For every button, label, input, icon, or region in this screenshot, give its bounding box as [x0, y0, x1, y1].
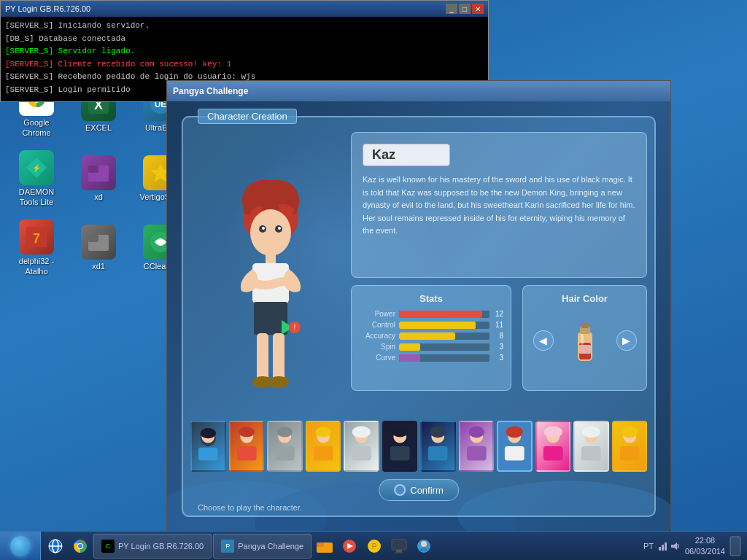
character-figure: ●	[209, 174, 333, 415]
taskbar-app-icon[interactable]: P	[363, 534, 386, 559]
stat-row-control: Control 11	[359, 321, 503, 329]
hair-next-button[interactable]: ▶	[616, 330, 637, 351]
stat-value-power: 12	[493, 310, 503, 318]
char-thumb-1[interactable]	[190, 421, 226, 472]
svg-point-51	[239, 427, 254, 437]
stat-label-control: Control	[359, 321, 395, 329]
taskbar-person-icon[interactable]	[412, 534, 436, 559]
taskbar-ie-icon[interactable]	[44, 534, 67, 559]
svg-rect-21	[88, 235, 98, 242]
cmd-close-button[interactable]: ✕	[472, 4, 484, 14]
stat-bar-power-fill	[399, 311, 482, 318]
svg-rect-44	[581, 334, 584, 345]
hair-bottle-display	[560, 311, 611, 370]
stat-value-curve: 3	[493, 354, 503, 362]
stat-value-control: 11	[493, 321, 503, 329]
taskbar-folder-icon[interactable]	[313, 534, 336, 559]
svg-text:⚡: ⚡	[32, 163, 42, 173]
stat-bar-control-bg	[399, 322, 489, 329]
char-thumb-10[interactable]	[535, 421, 571, 472]
stat-value-accuracy: 8	[493, 332, 503, 340]
svg-rect-58	[313, 446, 333, 461]
desktop-icon-delphi[interactable]: 7 delphi32 -Atalho	[7, 215, 66, 281]
windows-orb-icon	[10, 536, 31, 556]
svg-rect-90	[317, 542, 324, 547]
clock-time: 22:08	[685, 535, 725, 545]
start-button[interactable]	[0, 532, 41, 561]
char-thumb-12[interactable]	[612, 421, 648, 472]
svg-rect-61	[352, 446, 371, 461]
stat-bar-curve-fill	[399, 354, 420, 362]
cmd-line-3: [SERVER_S] Servidor ligado.	[5, 45, 484, 58]
character-creation-title: Character Creation	[198, 109, 297, 124]
svg-marker-103	[671, 542, 677, 550]
xd-label: xd	[94, 192, 103, 202]
svg-point-99	[421, 541, 427, 547]
hair-color-title: Hair Color	[562, 293, 608, 304]
char-thumb-7[interactable]	[420, 421, 456, 472]
stat-row-spin: Spin 3	[359, 343, 503, 351]
svg-rect-100	[659, 547, 661, 551]
taskbar-chrome-icon[interactable]	[69, 534, 92, 559]
char-thumb-8[interactable]	[459, 421, 495, 472]
stats-panel: Stats Power 12 Control 11	[351, 285, 511, 391]
daemon-label: DAEMONTools Lite	[19, 187, 54, 206]
taskbar-game-icon: P	[221, 540, 234, 553]
taskbar-item-game[interactable]: P Pangya Challenge	[213, 534, 311, 559]
hair-prev-button[interactable]: ◀	[533, 330, 554, 351]
char-thumb-4[interactable]	[306, 421, 341, 472]
system-tray	[658, 541, 681, 551]
svg-point-63	[392, 427, 407, 437]
character-info-panel: Kaz Kaz is well known for his mastery of…	[351, 132, 647, 278]
cmd-minimize-button[interactable]: _	[446, 4, 457, 14]
taskbar-media-icon[interactable]	[338, 534, 361, 559]
stat-row-power: Power 12	[359, 310, 503, 318]
svg-point-69	[468, 426, 484, 438]
stat-bar-spin-bg	[399, 343, 489, 351]
show-desktop-button[interactable]	[729, 536, 741, 556]
xd-icon	[81, 155, 116, 190]
svg-rect-16	[88, 166, 98, 173]
character-creation-panel: Character Creation	[182, 116, 656, 517]
char-thumb-9[interactable]	[497, 421, 533, 472]
svg-text:7: 7	[33, 231, 40, 246]
game-title: Pangya Challenge	[173, 86, 248, 96]
svg-point-66	[430, 426, 446, 438]
stat-label-curve: Curve	[359, 354, 395, 362]
svg-point-54	[277, 427, 293, 437]
stat-row-accuracy: Accuracy 8	[359, 332, 503, 340]
svg-rect-95	[392, 540, 406, 550]
svg-rect-34	[273, 333, 285, 381]
char-thumb-11[interactable]	[573, 421, 609, 472]
cmd-maximize-button[interactable]: □	[459, 4, 471, 14]
char-thumb-2[interactable]	[229, 421, 265, 472]
desktop-icon-xd[interactable]: xd	[69, 146, 128, 211]
char-thumb-5[interactable]	[344, 421, 379, 472]
svg-point-24	[250, 209, 291, 256]
char-thumb-6[interactable]	[382, 421, 418, 472]
desktop-icon-daemon[interactable]: ⚡ DAEMONTools Lite	[7, 146, 66, 211]
confirm-button[interactable]: Confirm	[379, 479, 459, 501]
cmd-title: PY Login GB.R6.726.00	[5, 4, 90, 13]
svg-rect-102	[665, 542, 667, 551]
taskbar-item-cmd[interactable]: C PY Login GB.R6.726.00	[93, 534, 212, 559]
taskbar-monitor-icon[interactable]	[387, 534, 411, 559]
svg-rect-55	[275, 446, 295, 461]
cmd-line-1: [SERVER_S] Iniciando servidor.	[5, 20, 484, 33]
svg-rect-33	[257, 333, 268, 381]
char-thumb-3[interactable]	[267, 421, 303, 472]
svg-rect-29	[266, 253, 276, 265]
svg-text:!: !	[294, 324, 296, 332]
taskbar-item-game-label: Pangya Challenge	[238, 542, 303, 551]
stat-label-power: Power	[359, 310, 395, 318]
stat-bar-accuracy-fill	[399, 332, 455, 340]
xd1-icon	[81, 225, 116, 260]
network-icon	[658, 541, 668, 551]
character-description: Kaz is well known for his mastery of the…	[363, 174, 635, 238]
stat-bar-accuracy-bg	[399, 332, 489, 340]
stat-bar-spin-fill	[399, 343, 420, 351]
delphi-label: delphi32 -Atalho	[19, 257, 54, 276]
desktop-icon-xd1[interactable]: xd1	[69, 215, 128, 281]
taskbar-clock: 22:08 06/03/2014	[685, 535, 725, 556]
svg-rect-64	[390, 446, 409, 461]
